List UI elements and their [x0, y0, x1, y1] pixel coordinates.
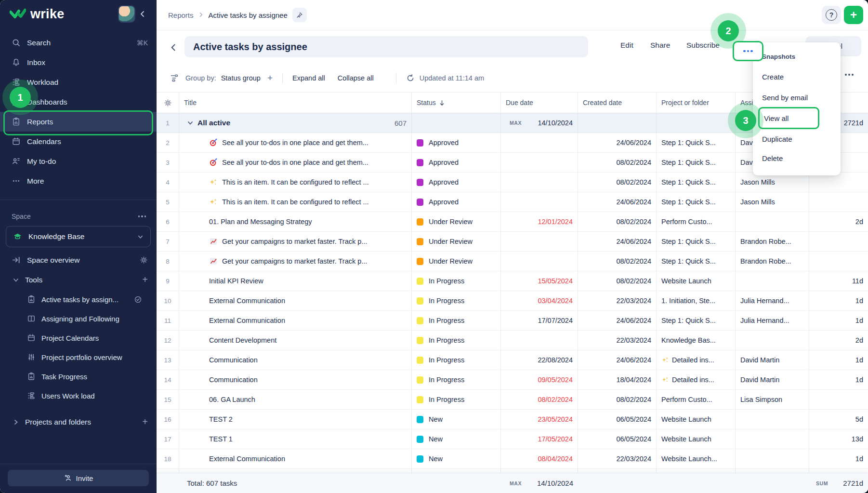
task-title-cell[interactable]: This is an item. It can be configured to… — [179, 192, 412, 212]
assignee-cell[interactable]: Brandon Robe... — [736, 252, 809, 271]
project-cell[interactable]: Step 1: Quick S... — [657, 192, 736, 212]
space-more-icon[interactable] — [138, 215, 146, 217]
task-title-cell[interactable]: Get your campaigns to market faster. Tra… — [179, 252, 412, 271]
task-title-cell[interactable]: TEST 1 — [179, 429, 412, 449]
created-date-cell[interactable]: 24/06/2024 — [578, 232, 657, 251]
created-date-cell[interactable]: 24/06/2024 — [578, 192, 657, 212]
task-title-cell[interactable]: See all your to-dos in one place and get… — [179, 153, 412, 172]
status-cell[interactable]: In Progress — [412, 390, 501, 409]
due-date-cell[interactable]: 23/05/2024 — [501, 410, 578, 429]
row-number[interactable]: 1 — [157, 113, 179, 133]
due-date-cell[interactable] — [501, 173, 578, 192]
project-cell[interactable]: Website Launch... — [657, 449, 736, 468]
menu-item-duplicate[interactable]: Duplicate — [762, 135, 792, 143]
duration-cell[interactable]: 11d — [809, 271, 868, 291]
task-title-cell[interactable]: Content Development — [179, 331, 412, 350]
sidebar-tool-task-progress[interactable]: Task Progress — [0, 367, 157, 386]
group-by-value[interactable]: Status group — [221, 74, 261, 82]
status-cell[interactable]: Under Review — [412, 232, 501, 251]
task-title-cell[interactable]: Communication — [179, 350, 412, 370]
created-date-cell[interactable]: 22/03/2024 — [578, 449, 657, 468]
created-date-cell[interactable]: 08/02/2024 — [578, 271, 657, 291]
breadcrumb-reports[interactable]: Reports — [168, 11, 194, 19]
due-date-cell[interactable]: 12/01/2024 — [501, 212, 578, 231]
sidebar-item-my-to-do[interactable]: My to-do — [0, 151, 157, 171]
table-row[interactable]: 4This is an item. It can be configured t… — [157, 173, 868, 192]
row-number[interactable]: 11 — [157, 311, 179, 330]
status-cell[interactable]: New — [412, 429, 501, 449]
task-title-cell[interactable]: See all your to-dos in one place and get… — [179, 133, 412, 152]
duration-cell[interactable]: 2d — [809, 212, 868, 231]
project-cell[interactable]: Perform Custo... — [657, 390, 736, 409]
menu-item-create[interactable]: Create — [762, 73, 784, 81]
add-grouping-icon[interactable]: + — [267, 73, 273, 83]
table-row[interactable]: 17TEST 1New17/05/202406/05/2024Website L… — [157, 429, 868, 449]
more-actions-button[interactable] — [733, 41, 763, 61]
created-date-cell[interactable]: 08/02/2024 — [578, 173, 657, 192]
sidebar-collapse-icon[interactable] — [135, 7, 150, 21]
due-date-cell[interactable] — [501, 133, 578, 152]
row-number[interactable]: 18 — [157, 449, 179, 468]
duration-cell[interactable] — [809, 390, 868, 409]
avatar[interactable] — [118, 5, 135, 23]
duration-cell[interactable]: 1d — [809, 350, 868, 370]
sidebar-item-more[interactable]: More — [0, 171, 157, 191]
created-date-cell[interactable]: 08/02/2024 — [578, 153, 657, 172]
assignee-cell[interactable]: Brandon Robe... — [736, 232, 809, 251]
row-number[interactable]: 2 — [157, 133, 179, 152]
sidebar-item-search[interactable]: Search⌘K — [0, 33, 157, 53]
duration-cell[interactable] — [809, 192, 868, 212]
task-title-cell[interactable]: External Communication — [179, 291, 412, 310]
due-date-cell[interactable]: 17/05/2024 — [501, 429, 578, 449]
column-header-created-date[interactable]: Created date — [578, 93, 657, 113]
due-date-cell[interactable]: 09/05/2024 — [501, 370, 578, 389]
back-icon[interactable] — [167, 41, 180, 53]
table-more-icon[interactable] — [845, 74, 854, 76]
add-tool-icon[interactable]: + — [142, 274, 148, 285]
group-due-max[interactable]: MAX14/10/2024 — [501, 113, 578, 133]
table-row[interactable]: 7Get your campaigns to market faster. Tr… — [157, 232, 868, 252]
due-date-cell[interactable]: 08/04/2024 — [501, 449, 578, 468]
task-title-cell[interactable]: 01. Plan and Messaging Strategy — [179, 212, 412, 231]
invite-button[interactable]: Invite — [8, 470, 149, 486]
add-project-icon[interactable]: + — [142, 416, 148, 427]
table-row[interactable]: 10External CommunicationIn Progress03/04… — [157, 291, 868, 311]
task-title-cell[interactable]: 06. GA Launch — [179, 390, 412, 409]
table-row[interactable]: 9Initial KPI ReviewIn Progress15/05/2024… — [157, 271, 868, 291]
project-cell[interactable]: Step 1: Quick S... — [657, 133, 736, 152]
task-title-cell[interactable]: External Communication — [179, 311, 412, 330]
duration-cell[interactable]: 13d — [809, 429, 868, 449]
table-row[interactable]: 8Get your campaigns to market faster. Tr… — [157, 252, 868, 271]
row-number[interactable]: 9 — [157, 271, 179, 291]
status-cell[interactable]: Approved — [412, 173, 501, 192]
created-date-cell[interactable]: 22/03/2024 — [578, 331, 657, 350]
status-cell[interactable]: Approved — [412, 153, 501, 172]
gear-icon[interactable] — [140, 256, 148, 264]
chevron-down-icon[interactable] — [187, 120, 194, 126]
assignee-cell[interactable]: Julia Hernand... — [736, 291, 809, 310]
assignee-cell[interactable] — [736, 212, 809, 231]
project-cell[interactable]: Step 1: Quick S... — [657, 173, 736, 192]
created-date-cell[interactable]: 24/06/2024 — [578, 311, 657, 330]
task-title-cell[interactable]: This is an item. It can be configured to… — [179, 173, 412, 192]
created-date-cell[interactable]: 22/03/2024 — [578, 291, 657, 310]
duration-cell[interactable]: 1d — [809, 449, 868, 468]
menu-item-view-all[interactable]: View all — [758, 107, 819, 129]
status-cell[interactable]: In Progress — [412, 370, 501, 389]
project-cell[interactable]: Step 1: Quick S... — [657, 311, 736, 330]
status-cell[interactable]: Approved — [412, 192, 501, 212]
row-number[interactable]: 7 — [157, 232, 179, 251]
row-number[interactable]: 6 — [157, 212, 179, 231]
row-number[interactable]: 15 — [157, 390, 179, 409]
assignee-cell[interactable]: Jason Mills — [736, 173, 809, 192]
row-number[interactable]: 3 — [157, 153, 179, 172]
row-number[interactable]: 5 — [157, 192, 179, 212]
collapse-all-button[interactable]: Collapse all — [338, 74, 374, 82]
duration-cell[interactable] — [809, 173, 868, 192]
created-date-cell[interactable]: 08/02/2024 — [578, 390, 657, 409]
project-cell[interactable]: Step 1: Quick S... — [657, 232, 736, 251]
help-button[interactable]: ? — [822, 6, 841, 24]
table-settings-gear[interactable] — [157, 93, 179, 113]
project-cell[interactable]: Website Launch — [657, 271, 736, 291]
assignee-cell[interactable]: Julia Hernand... — [736, 311, 809, 330]
